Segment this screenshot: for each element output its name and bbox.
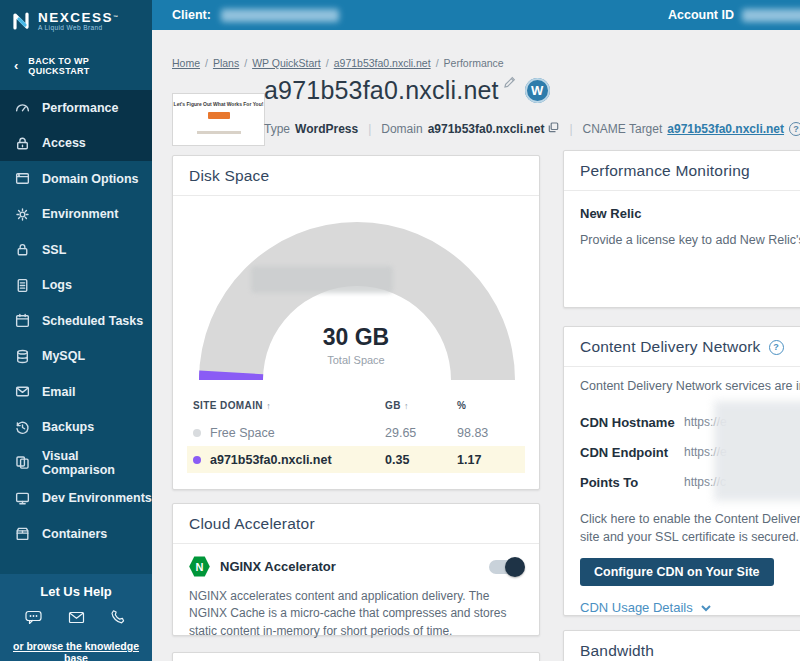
performance-monitoring-card: Performance Monitoring New Relic Provide…	[563, 150, 800, 308]
disk-space-card: Disk Space 30 GB Total Space SITE DOMAIN…	[172, 155, 540, 490]
database-icon	[14, 348, 31, 365]
sidebar-item-mysql[interactable]: MySQL	[0, 339, 152, 375]
compare-pages-icon	[14, 454, 31, 471]
breadcrumb-site[interactable]: a971b53fa0.nxcli.net	[334, 57, 431, 69]
cdn-intro-text: Content Delivery Network services are in…	[564, 367, 800, 393]
chat-icon[interactable]	[24, 608, 43, 631]
restore-clock-icon	[14, 419, 31, 436]
cname-target-link[interactable]: a971b53fa0.nxcli.net	[667, 122, 784, 136]
site-thumbnail: Let's Figure Out What Works For You!	[172, 93, 265, 146]
sidebar-item-domain-options[interactable]: Domain Options	[0, 161, 152, 197]
cdn-usage-details-link[interactable]: CDN Usage Details	[580, 600, 800, 615]
site-meta-row: Type WordPress | Domain a971b53fa0.nxcli…	[264, 122, 800, 136]
site-type-value: WordPress	[295, 122, 358, 136]
account-id-redacted	[742, 9, 800, 22]
sidebar-item-scheduled-tasks[interactable]: Scheduled Tasks	[0, 303, 152, 339]
table-row-site-domain: a971b53fa0.nxcli.net 0.35 1.17	[187, 446, 525, 473]
disk-space-title: Disk Space	[189, 167, 269, 185]
gauge-tooltip-redacted	[251, 266, 393, 293]
gear-icon	[14, 206, 31, 223]
sidebar-item-logs[interactable]: Logs	[0, 268, 152, 304]
cdn-title: Content Delivery Network	[580, 338, 761, 356]
app-window: Client: Account ID NEXCESS™ A Liquid Web…	[0, 0, 800, 661]
phone-icon[interactable]	[109, 608, 128, 631]
thumbnail-cta-button	[208, 112, 230, 119]
cdn-card: Content Delivery Network ? Content Deliv…	[563, 326, 800, 616]
sidebar-item-email[interactable]: Email	[0, 374, 152, 410]
help-title: Let Us Help	[0, 584, 152, 599]
sort-site-domain[interactable]: SITE DOMAIN ↑	[193, 400, 385, 411]
cdn-note: Click here to enable the Content Deliver…	[564, 497, 800, 546]
gauge-icon	[14, 99, 31, 116]
disk-usage-table: SITE DOMAIN ↑ GB ↑ % Free Space 29.65 98…	[187, 392, 525, 473]
sidebar-item-performance[interactable]: Performance	[0, 90, 152, 126]
copy-icon[interactable]	[548, 122, 559, 136]
breadcrumb-plans[interactable]: Plans	[213, 57, 239, 69]
calendar-icon	[14, 312, 31, 329]
envelope-icon	[14, 383, 31, 400]
logs-document-icon	[14, 277, 31, 294]
sort-arrow-icon: ↑	[404, 401, 409, 411]
brand-tagline: A Liquid Web Brand	[38, 24, 120, 31]
thumbnail-heading: Let's Figure Out What Works For You!	[173, 101, 264, 107]
chevron-left-icon: ‹	[14, 61, 18, 71]
configure-cdn-button[interactable]: Configure CDN on Your Site	[580, 558, 774, 586]
padlock-icon	[14, 241, 31, 258]
email-support-icon[interactable]	[67, 608, 86, 631]
disk-table-header: SITE DOMAIN ↑ GB ↑ %	[187, 392, 525, 419]
new-relic-label: New Relic	[564, 191, 800, 221]
table-row-free-space: Free Space 29.65 98.83	[187, 419, 525, 446]
cloud-accelerator-title: Cloud Accelerator	[189, 515, 315, 533]
domain-options-icon	[14, 170, 31, 187]
cname-help-icon[interactable]: ?	[789, 122, 800, 136]
sidebar-nav: Performance Access Domain Options Enviro…	[0, 90, 152, 552]
monitor-icon	[14, 490, 31, 507]
nexcess-logo-mark	[10, 11, 32, 31]
new-relic-description: Provide a license key to add New Relic's…	[564, 221, 800, 247]
sidebar-item-access[interactable]: Access	[0, 126, 152, 162]
account-id-label: Account ID	[668, 8, 734, 22]
wordpress-icon: W	[525, 78, 550, 103]
sidebar: NEXCESS™ A Liquid Web Brand ‹ BACK TO WP…	[0, 0, 152, 661]
bandwidth-title: Bandwidth	[580, 642, 654, 660]
performance-monitoring-title: Performance Monitoring	[580, 162, 750, 180]
brand-tm: ™	[113, 14, 120, 20]
sidebar-item-environment[interactable]: Environment	[0, 197, 152, 233]
nexcess-logo[interactable]: NEXCESS™ A Liquid Web Brand	[0, 0, 152, 42]
knowledge-base-link[interactable]: or browse the knowledge base	[0, 640, 152, 661]
site-domain-value: a971b53fa0.nxcli.net	[428, 122, 545, 136]
bandwidth-card: Bandwidth	[563, 630, 800, 661]
breadcrumb: Home/Plans/WP QuickStart/a971b53fa0.nxcl…	[172, 57, 504, 69]
box-icon	[14, 525, 31, 542]
access-lock-icon	[14, 135, 31, 152]
sidebar-item-containers[interactable]: Containers	[0, 516, 152, 552]
sidebar-item-dev-environments[interactable]: Dev Environments	[0, 481, 152, 517]
sort-arrow-icon: ↑	[266, 401, 271, 411]
sidebar-item-visual-comparison[interactable]: Visual Comparison	[0, 445, 152, 481]
thumbnail-footer-text	[197, 131, 241, 134]
nginx-accelerator-toggle[interactable]	[489, 560, 523, 574]
breadcrumb-current: Performance	[444, 57, 504, 69]
legend-dot-site	[193, 456, 201, 464]
edit-pencil-icon[interactable]	[503, 75, 516, 93]
page-title: a971b53fa0.nxcli.net	[264, 76, 499, 105]
cdn-values-redacted	[714, 401, 800, 501]
back-to-wp-quickstart-button[interactable]: ‹ BACK TO WP QUICKSTART	[0, 42, 152, 90]
nginx-icon: N	[189, 556, 210, 577]
sidebar-item-backups[interactable]: Backups	[0, 410, 152, 446]
sort-gb[interactable]: GB ↑	[385, 400, 457, 411]
sidebar-item-ssl[interactable]: SSL	[0, 232, 152, 268]
breadcrumb-wp-quickstart[interactable]: WP QuickStart	[252, 57, 321, 69]
chevron-down-icon	[699, 601, 713, 615]
next-card-partial	[172, 652, 540, 661]
disk-total-label: Total Space	[173, 354, 539, 366]
cdn-help-icon[interactable]: ?	[769, 340, 784, 355]
breadcrumb-home[interactable]: Home	[172, 57, 200, 69]
disk-space-gauge: 30 GB Total Space	[173, 196, 539, 388]
legend-dot-free	[193, 429, 201, 437]
nginx-description: NGINX accelerates content and applicatio…	[189, 588, 523, 640]
cloud-accelerator-card: Cloud Accelerator N NGINX Accelerator NG…	[172, 503, 540, 636]
disk-total-value: 30 GB	[173, 324, 539, 351]
nginx-accelerator-label: NGINX Accelerator	[220, 559, 336, 574]
client-name-redacted	[221, 9, 339, 22]
